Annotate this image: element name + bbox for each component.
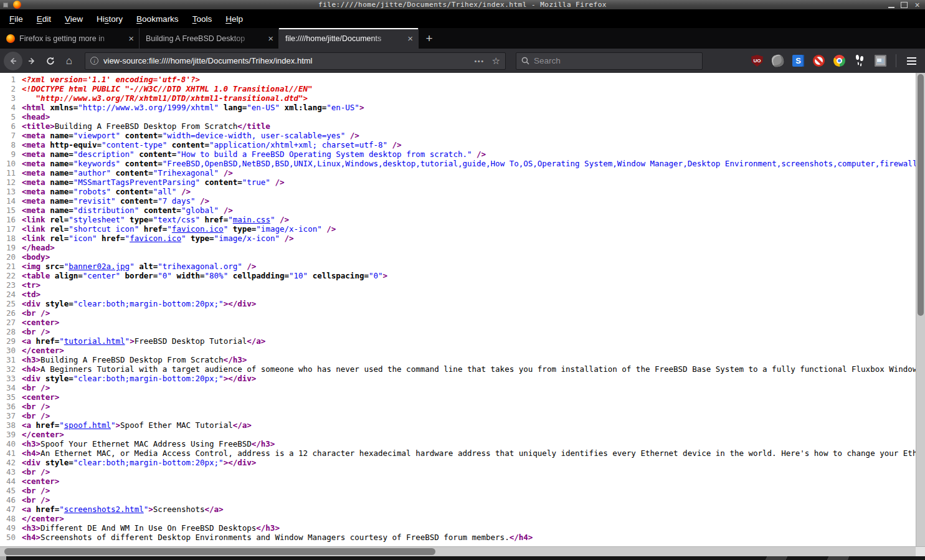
url-bar[interactable]: i view-source:file:////home/jitte/Docume… xyxy=(85,52,506,70)
source-token: <a xyxy=(22,420,31,430)
menu-tools[interactable]: Tools xyxy=(186,14,219,24)
content-blocker-icon[interactable] xyxy=(813,55,825,67)
search-bar[interactable]: Search xyxy=(516,52,703,70)
line-number: 8 xyxy=(0,140,22,149)
source-link[interactable]: banner02a.jpg xyxy=(69,262,130,271)
line-number: 14 xyxy=(0,196,22,206)
bookmark-star-icon[interactable]: ☆ xyxy=(492,56,500,65)
line-number: 4 xyxy=(0,103,22,112)
new-tab-button[interactable]: + xyxy=(419,28,440,49)
source-token: type= xyxy=(186,234,214,243)
source-token: "application/xhtml+xml; charset=utf-8" xyxy=(209,140,387,149)
reload-button[interactable] xyxy=(41,52,60,70)
source-line-21: 21<img src="banner02a.jpg" alt="trihexag… xyxy=(0,262,916,271)
source-token: " xyxy=(125,234,130,243)
source-token: "7 days" xyxy=(158,196,195,206)
footprints-icon[interactable] xyxy=(854,55,866,67)
menu-edit[interactable]: Edit xyxy=(30,14,58,24)
source-link[interactable]: spoof.html xyxy=(64,420,111,430)
source-token: Building A FreeBSD Desktop From Scratch xyxy=(40,355,224,364)
source-token: "http://www.w3.org/TR/xhtml1/DTD/xhtml1-… xyxy=(22,93,308,103)
source-token: name= xyxy=(45,196,74,206)
menu-file[interactable]: File xyxy=(2,14,30,24)
source-link[interactable]: main.css xyxy=(233,215,270,224)
source-link[interactable]: screenshots2.html xyxy=(64,505,144,514)
search-icon xyxy=(521,57,529,65)
source-token: href= xyxy=(139,224,167,234)
line-number: 5 xyxy=(0,112,22,121)
source-line-46: 46<br /> xyxy=(0,495,916,505)
source-token: <center> xyxy=(22,392,59,402)
source-token: rel= xyxy=(45,215,69,224)
bottom-decoration xyxy=(726,556,888,560)
source-token: /> xyxy=(219,168,233,178)
vertical-scrollbar[interactable] xyxy=(916,73,925,546)
source-token: </center> xyxy=(22,346,64,355)
line-number: 42 xyxy=(0,458,22,467)
screenshot-tool-icon[interactable] xyxy=(875,55,886,67)
privacy-badger-icon[interactable] xyxy=(771,54,785,68)
source-line-31: 31<h3>Building A FreeBSD Desktop From Sc… xyxy=(0,355,916,364)
line-number: 28 xyxy=(0,327,22,336)
vertical-scrollbar-thumb[interactable] xyxy=(918,74,924,316)
menu-help[interactable]: Help xyxy=(219,14,250,24)
source-link[interactable]: favicon.ico xyxy=(130,234,181,243)
tab-3-active[interactable]: file:////home/jitte/Documents× xyxy=(279,28,419,49)
page-actions-icon[interactable]: ••• xyxy=(474,57,484,65)
forward-button[interactable] xyxy=(22,52,41,70)
user-agent-switcher-icon[interactable] xyxy=(833,55,845,67)
source-token: content= xyxy=(135,149,177,159)
line-number: 9 xyxy=(0,149,22,159)
line-number: 25 xyxy=(0,299,22,308)
line-number: 37 xyxy=(0,411,22,420)
source-token: <meta xyxy=(22,187,45,196)
source-token: /> xyxy=(176,187,191,196)
source-token: "Trihexagonal" xyxy=(153,168,219,178)
maximize-button[interactable] xyxy=(900,1,908,8)
menu-view[interactable]: View xyxy=(58,14,90,24)
source-line-49: 49<h3>Different DE And WM In Use On Free… xyxy=(0,523,916,533)
source-token: "distribution" xyxy=(74,206,139,215)
tab-close-icon[interactable]: × xyxy=(407,33,413,44)
close-button[interactable]: × xyxy=(913,1,921,8)
source-token: "global" xyxy=(181,206,219,215)
line-number: 38 xyxy=(0,420,22,430)
horizontal-scrollbar-thumb[interactable] xyxy=(4,548,435,555)
ublock-origin-icon[interactable]: UO xyxy=(751,55,763,67)
page-info-icon[interactable]: i xyxy=(90,57,98,65)
source-token: Screenshots of different Desktop Environ… xyxy=(40,533,510,542)
source-token: align= xyxy=(50,271,83,280)
source-token: FreeBSD Desktop Tutorial xyxy=(135,336,247,346)
source-token: ></div> xyxy=(224,299,257,308)
minimize-button[interactable] xyxy=(887,1,895,8)
tab-1[interactable]: Firefox is getting more in× xyxy=(0,28,140,49)
source-line-39: 39</center> xyxy=(0,430,916,439)
source-line-3: 3 "http://www.w3.org/TR/xhtml1/DTD/xhtml… xyxy=(0,93,916,103)
source-link[interactable]: favicon.ico xyxy=(172,224,224,234)
source-token: <link xyxy=(22,234,45,243)
tab-2[interactable]: Building A FreeBSD Desktop× xyxy=(140,28,279,49)
source-token: "http://www.w3.org/1999/xhtml" xyxy=(78,103,219,112)
stylus-icon[interactable]: S xyxy=(792,55,804,67)
menu-hamburger-icon[interactable] xyxy=(901,52,921,70)
tab-close-icon[interactable]: × xyxy=(128,33,134,44)
line-number: 46 xyxy=(0,495,22,505)
source-link[interactable]: tutorial.html xyxy=(64,336,125,346)
source-token: name= xyxy=(45,159,74,168)
source-token: </a> xyxy=(233,420,252,430)
source-token: "10" xyxy=(289,271,308,280)
menu-history[interactable]: History xyxy=(90,14,130,24)
menu-bookmarks[interactable]: Bookmarks xyxy=(130,14,186,24)
source-token: /> xyxy=(322,224,336,234)
source-token: </h3> xyxy=(224,355,247,364)
source-token: <meta xyxy=(22,140,45,149)
source-token: "How to build a FreeBSD Operating System… xyxy=(176,149,472,159)
tab-title: Building A FreeBSD Desktop xyxy=(146,34,264,43)
source-token: content= xyxy=(167,140,209,149)
tab-close-icon[interactable]: × xyxy=(268,33,273,44)
url-text[interactable]: view-source:file:////home/jitte/Document… xyxy=(103,56,474,65)
source-line-24: 24<td> xyxy=(0,290,916,299)
back-button[interactable] xyxy=(4,52,22,70)
horizontal-scrollbar[interactable] xyxy=(0,546,925,556)
home-button[interactable]: ⌂ xyxy=(60,52,78,70)
